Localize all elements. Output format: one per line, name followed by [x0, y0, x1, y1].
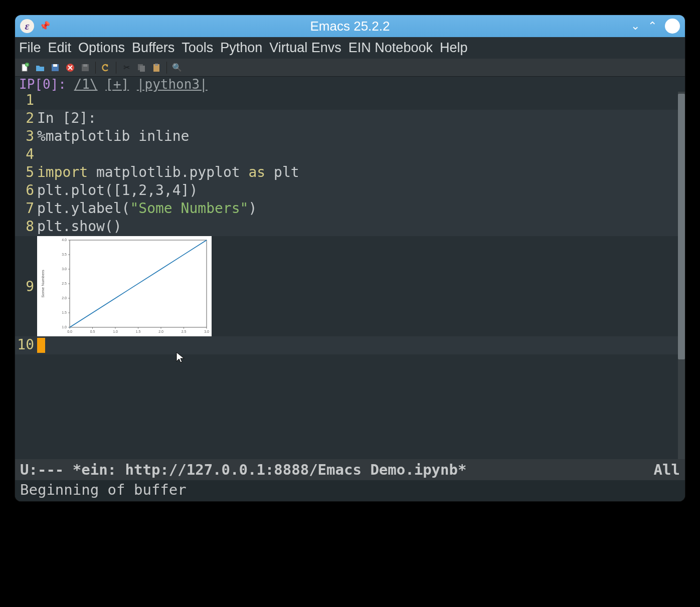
close-icon[interactable]: ✕ [665, 19, 680, 34]
minibuffer-message: Beginning of buffer [20, 481, 187, 498]
menu-ein-notebook[interactable]: EIN Notebook [348, 40, 433, 56]
maximize-icon[interactable]: ⌃ [648, 20, 657, 33]
menu-buffers[interactable]: Buffers [132, 40, 174, 56]
editor[interactable]: 1 2In [2]: 3%matplotlib inline 4 5import… [15, 92, 685, 459]
svg-text:Some Numbers: Some Numbers [41, 270, 45, 298]
modeline-buffer: U:--- *ein: http://127.0.0.1:8888/Emacs … [20, 461, 466, 478]
scrollbar[interactable] [678, 92, 685, 459]
modeline[interactable]: U:--- *ein: http://127.0.0.1:8888/Emacs … [15, 459, 685, 480]
svg-rect-11 [155, 64, 158, 66]
line-number: 5 [15, 164, 37, 180]
menu-options[interactable]: Options [78, 40, 125, 56]
menubar: File Edit Options Buffers Tools Python V… [15, 37, 685, 59]
modified-indicator[interactable]: [+] [105, 77, 129, 92]
toolbar: + ✂ 🔍 [15, 59, 685, 77]
line-number: 2 [15, 110, 37, 126]
svg-text:0.0: 0.0 [67, 330, 72, 333]
svg-text:2.5: 2.5 [62, 282, 67, 285]
minibuffer[interactable]: Beginning of buffer [15, 480, 685, 501]
code-line[interactable]: import matplotlib.pyplot as plt [37, 164, 678, 180]
svg-text:4.0: 4.0 [62, 238, 67, 242]
paste-icon[interactable] [150, 62, 162, 74]
line-number: 4 [15, 146, 37, 162]
svg-text:2.0: 2.0 [158, 330, 163, 333]
matplotlib-output-plot: 1.01.52.02.53.03.54.00.00.51.01.52.02.53… [37, 236, 212, 336]
ip-label: IP[0]: [19, 77, 74, 92]
emacs-window: ε 📌 Emacs 25.2.2 ⌄ ⌃ ✕ File Edit Options… [15, 15, 685, 501]
svg-text:1.0: 1.0 [62, 325, 67, 329]
svg-text:1.5: 1.5 [136, 330, 141, 333]
search-icon[interactable]: 🔍 [171, 62, 183, 74]
text-cursor [37, 338, 45, 353]
new-file-icon[interactable]: + [19, 62, 31, 74]
svg-text:1.0: 1.0 [113, 330, 118, 333]
titlebar[interactable]: ε 📌 Emacs 25.2.2 ⌄ ⌃ ✕ [15, 15, 685, 37]
svg-text:3.0: 3.0 [62, 267, 67, 271]
emacs-app-icon: ε [20, 19, 34, 33]
svg-text:2.0: 2.0 [62, 296, 67, 300]
kernel-indicator[interactable]: |python3| [137, 77, 208, 92]
code-line[interactable]: %matplotlib inline [37, 128, 678, 144]
menu-python[interactable]: Python [220, 40, 262, 56]
svg-rect-9 [140, 66, 145, 72]
line-number: 10 [15, 336, 37, 353]
code-line[interactable]: plt.show() [37, 218, 678, 235]
code-line[interactable]: plt.plot([1,2,3,4]) [37, 182, 678, 198]
scrollbar-thumb[interactable] [678, 94, 685, 359]
code-line[interactable]: plt.ylabel("Some Numbers") [37, 200, 678, 217]
modeline-position: All [654, 461, 680, 478]
menu-file[interactable]: File [19, 40, 41, 56]
svg-text:1.5: 1.5 [62, 311, 67, 314]
notebook-header: IP[0]: /1\ [+] |python3| [15, 77, 685, 92]
menu-edit[interactable]: Edit [48, 40, 72, 56]
svg-rect-4 [53, 64, 57, 67]
svg-text:0.5: 0.5 [90, 330, 95, 333]
menu-virtual-envs[interactable]: Virtual Envs [269, 40, 341, 56]
line-number: 8 [15, 218, 37, 235]
open-file-icon[interactable] [34, 62, 46, 74]
line-number: 7 [15, 200, 37, 217]
cell-prompt[interactable]: In [2]: [37, 110, 678, 126]
menu-tools[interactable]: Tools [182, 40, 213, 56]
save-icon[interactable] [49, 62, 61, 74]
minimize-icon[interactable]: ⌄ [631, 20, 640, 33]
pin-icon[interactable]: 📌 [39, 21, 50, 32]
svg-rect-7 [83, 64, 87, 67]
worksheet-indicator[interactable]: /1\ [74, 77, 98, 92]
window-title: Emacs 25.2.2 [310, 19, 390, 34]
undo-icon[interactable] [100, 62, 112, 74]
cut-icon[interactable]: ✂ [120, 62, 132, 74]
menu-help[interactable]: Help [440, 40, 468, 56]
save-as-icon[interactable] [79, 62, 91, 74]
code-line[interactable] [37, 336, 678, 353]
svg-text:+: + [26, 63, 28, 67]
line-number: 9 [15, 278, 37, 295]
svg-text:3.5: 3.5 [62, 253, 67, 256]
svg-text:2.5: 2.5 [182, 330, 187, 333]
copy-icon[interactable] [135, 62, 147, 74]
line-number: 1 [15, 92, 37, 108]
line-number: 6 [15, 182, 37, 198]
svg-text:3.0: 3.0 [204, 330, 209, 333]
line-number: 3 [15, 128, 37, 144]
delete-icon[interactable] [64, 62, 76, 74]
